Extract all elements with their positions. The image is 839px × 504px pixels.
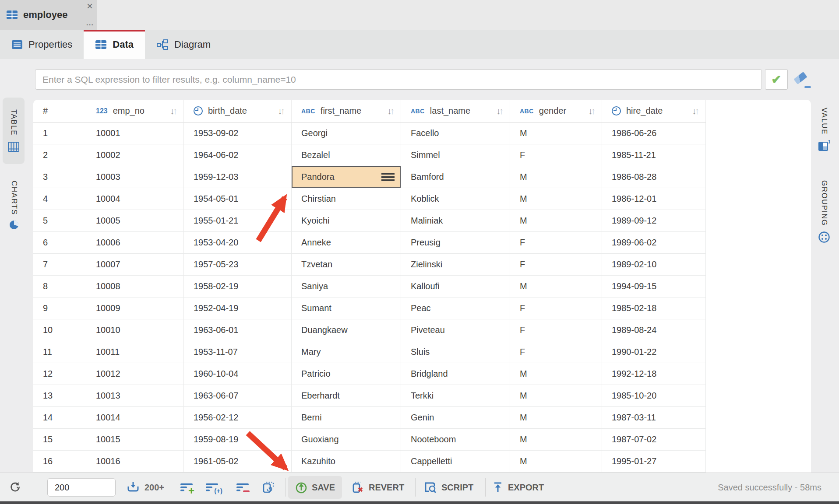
table-cell[interactable]: Guoxiang <box>292 429 401 451</box>
table-cell[interactable]: Genin <box>401 407 510 429</box>
column-header-first_name[interactable]: ABCfirst_name↓↑ <box>292 100 401 122</box>
table-cell[interactable]: Peac <box>401 298 510 319</box>
row-number-cell[interactable]: 9 <box>33 298 86 319</box>
sort-arrows-icon[interactable]: ↓↑ <box>496 107 504 116</box>
table-cell[interactable]: M <box>510 363 602 385</box>
refresh-button[interactable] <box>9 476 22 499</box>
table-cell[interactable]: M <box>510 122 602 144</box>
table-cell[interactable]: 1958-02-19 <box>184 276 292 298</box>
tab-data[interactable]: Data <box>84 30 145 59</box>
close-tab-icon[interactable]: × <box>87 1 93 11</box>
table-cell[interactable]: Cappelletti <box>401 451 510 472</box>
table-cell[interactable]: Bezalel <box>292 144 401 166</box>
sort-arrows-icon[interactable]: ↓↑ <box>692 107 699 116</box>
sql-filter-input[interactable] <box>35 69 762 90</box>
table-cell[interactable]: Bridgland <box>401 363 510 385</box>
tab-properties[interactable]: Properties <box>0 30 84 59</box>
table-cell[interactable]: 1989-06-02 <box>602 232 706 254</box>
table-cell[interactable]: M <box>510 407 602 429</box>
table-cell[interactable]: 1959-08-19 <box>184 429 292 451</box>
table-cell[interactable]: 1955-01-21 <box>184 210 292 232</box>
delete-row-button[interactable] <box>236 476 249 499</box>
row-number-cell[interactable]: 12 <box>33 363 86 385</box>
table-cell[interactable]: 10001 <box>86 122 184 144</box>
table-cell[interactable]: 1986-12-01 <box>602 188 706 210</box>
clear-filter-button[interactable] <box>793 72 811 88</box>
table-cell[interactable]: 1960-10-04 <box>184 363 292 385</box>
document-tab-employee[interactable]: employee <box>0 0 97 30</box>
table-cell[interactable]: 10009 <box>86 298 184 319</box>
table-cell[interactable]: Pandora <box>292 166 401 188</box>
table-cell[interactable]: 10013 <box>86 385 184 407</box>
table-cell[interactable]: 10016 <box>86 451 184 472</box>
table-cell[interactable]: 10007 <box>86 254 184 276</box>
table-cell[interactable]: Piveteau <box>401 319 510 341</box>
table-cell[interactable]: Sumant <box>292 298 401 319</box>
table-cell[interactable]: 10011 <box>86 341 184 363</box>
row-number-cell[interactable]: 11 <box>33 341 86 363</box>
table-cell[interactable]: Kazuhito <box>292 451 401 472</box>
duplicate-row-button[interactable]: (+) <box>206 476 218 499</box>
row-number-cell[interactable]: 5 <box>33 210 86 232</box>
table-cell[interactable]: Georgi <box>292 122 401 144</box>
table-cell[interactable]: M <box>510 451 602 472</box>
table-cell[interactable]: 1964-06-02 <box>184 144 292 166</box>
save-button[interactable]: SAVE <box>288 476 342 499</box>
table-cell[interactable]: 1986-06-26 <box>602 122 706 144</box>
column-header-birth_date[interactable]: birth_date↓↑ <box>184 100 292 122</box>
sort-arrows-icon[interactable]: ↓↑ <box>588 107 596 116</box>
table-cell[interactable]: 10010 <box>86 319 184 341</box>
row-number-cell[interactable]: 6 <box>33 232 86 254</box>
row-number-cell[interactable]: 13 <box>33 385 86 407</box>
table-cell[interactable]: M <box>510 166 602 188</box>
fetch-size-input[interactable] <box>47 478 116 497</box>
table-cell[interactable]: M <box>510 276 602 298</box>
table-cell[interactable]: Koblick <box>401 188 510 210</box>
table-cell[interactable]: Chirstian <box>292 188 401 210</box>
table-cell[interactable]: Kyoichi <box>292 210 401 232</box>
revert-button[interactable]: REVERT <box>351 476 404 499</box>
table-cell[interactable]: Patricio <box>292 363 401 385</box>
export-button[interactable]: EXPORT <box>492 476 544 499</box>
table-cell[interactable]: M <box>510 385 602 407</box>
table-cell[interactable]: 1994-09-15 <box>602 276 706 298</box>
table-cell[interactable]: 1952-04-19 <box>184 298 292 319</box>
sort-arrows-icon[interactable]: ↓↑ <box>170 107 177 116</box>
side-tab-charts[interactable]: CHARTS <box>4 170 25 241</box>
table-cell[interactable]: M <box>510 429 602 451</box>
table-cell[interactable]: Saniya <box>292 276 401 298</box>
table-cell[interactable]: F <box>510 319 602 341</box>
table-cell[interactable]: 1995-01-27 <box>602 451 706 472</box>
column-header-last_name[interactable]: ABClast_name↓↑ <box>401 100 510 122</box>
table-cell[interactable]: Sluis <box>401 341 510 363</box>
table-cell[interactable]: Simmel <box>401 144 510 166</box>
table-cell[interactable]: Zielinski <box>401 254 510 276</box>
table-cell[interactable]: 1963-06-01 <box>184 319 292 341</box>
table-cell[interactable]: 1985-11-21 <box>602 144 706 166</box>
table-cell[interactable]: 10003 <box>86 166 184 188</box>
table-cell[interactable]: F <box>510 341 602 363</box>
table-cell[interactable]: Tzvetan <box>292 254 401 276</box>
table-cell[interactable]: F <box>510 298 602 319</box>
tab-overflow-icon[interactable]: … <box>86 18 94 28</box>
sort-arrows-icon[interactable]: ↓↑ <box>387 107 395 116</box>
table-cell[interactable]: 10006 <box>86 232 184 254</box>
table-cell[interactable]: Berni <box>292 407 401 429</box>
table-cell[interactable]: Preusig <box>401 232 510 254</box>
table-cell[interactable]: 1961-05-02 <box>184 451 292 472</box>
script-button[interactable]: SCRIPT <box>423 476 473 499</box>
table-cell[interactable]: 1957-05-23 <box>184 254 292 276</box>
table-cell[interactable]: 1985-02-18 <box>602 298 706 319</box>
side-tab-value[interactable]: VALUE <box>813 97 835 162</box>
table-cell[interactable]: 1989-09-12 <box>602 210 706 232</box>
table-cell[interactable]: Mary <box>292 341 401 363</box>
table-cell[interactable]: Kalloufi <box>401 276 510 298</box>
row-number-cell[interactable]: 10 <box>33 319 86 341</box>
table-cell[interactable]: 1992-12-18 <box>602 363 706 385</box>
table-cell[interactable]: 1959-12-03 <box>184 166 292 188</box>
table-cell[interactable]: 10004 <box>86 188 184 210</box>
tab-diagram[interactable]: Diagram <box>145 30 222 59</box>
column-header-gender[interactable]: ABCgender↓↑ <box>510 100 602 122</box>
table-cell[interactable]: Nooteboom <box>401 429 510 451</box>
table-cell[interactable]: 1987-07-02 <box>602 429 706 451</box>
